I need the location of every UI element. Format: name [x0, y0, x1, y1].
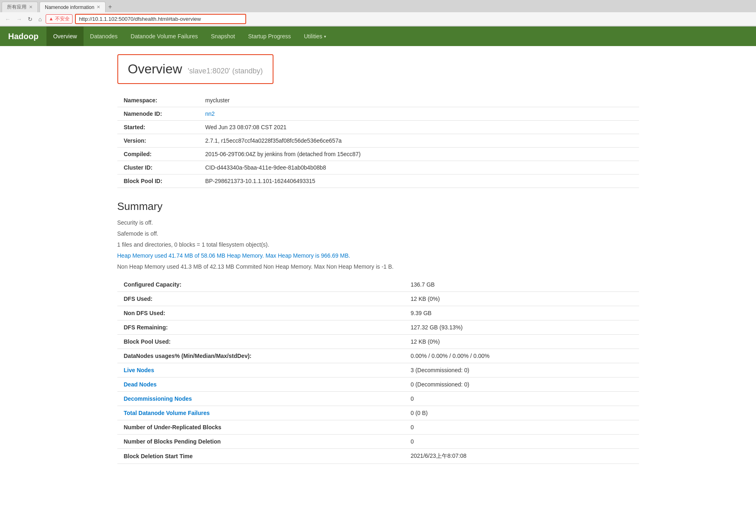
browser-chrome: 所有应用 ✕ Namenode information ✕ + ← → ↻ ⌂ … [0, 0, 756, 26]
summary-nonheap: Non Heap Memory used 41.3 MB of 42.13 MB… [117, 263, 639, 271]
address-input[interactable] [75, 14, 246, 24]
table-row: Number of Blocks Pending Deletion 0 [117, 435, 639, 449]
info-label-version: Version: [117, 134, 199, 148]
stats-value-live-nodes: 3 (Decommissioned: 0) [404, 363, 639, 377]
info-label-namespace: Namespace: [117, 94, 199, 107]
table-row: Non DFS Used: 9.39 GB [117, 306, 639, 320]
stats-label-blocks-pending-deletion: Number of Blocks Pending Deletion [117, 435, 404, 449]
stats-value-blocks-pending-deletion: 0 [404, 435, 639, 449]
stats-value-datanodes-usages: 0.00% / 0.00% / 0.00% / 0.00% [404, 349, 639, 363]
nav-item-startup-progress[interactable]: Startup Progress [242, 26, 298, 46]
nav-item-utilities-label: Utilities [304, 33, 322, 40]
info-value-version: 2.7.1, r15ecc87ccf4a0228f35af08fc56de536… [199, 134, 639, 148]
info-label-namenode-id: Namenode ID: [117, 107, 199, 121]
info-value-namespace: mycluster [199, 94, 639, 107]
stats-label-decommissioning-nodes: Decommissioning Nodes [117, 392, 404, 406]
stats-label-block-deletion-start-time: Block Deletion Start Time [117, 449, 404, 464]
new-tab-button[interactable]: + [106, 3, 114, 11]
nav-item-snapshot[interactable]: Snapshot [205, 26, 242, 46]
stats-value-dead-nodes: 0 (Decommissioned: 0) [404, 377, 639, 392]
decommissioning-nodes-link[interactable]: Decommissioning Nodes [124, 395, 192, 402]
stats-value-total-datanode-volume-failures: 0 (0 B) [404, 406, 639, 420]
info-value-compiled: 2015-06-29T06:04Z by jenkins from (detac… [199, 148, 639, 161]
table-row: DFS Remaining: 127.32 GB (93.13%) [117, 320, 639, 335]
nav-item-datanodes[interactable]: Datanodes [84, 26, 124, 46]
overview-title-box: Overview 'slave1:8020' (standby) [117, 54, 273, 84]
forward-button[interactable]: → [15, 15, 24, 23]
info-label-started: Started: [117, 121, 199, 134]
info-value-cluster-id: CID-d443340a-5baa-411e-9dee-81ab0b4b08b8 [199, 161, 639, 174]
summary-title: Summary [117, 200, 639, 213]
stats-label-non-dfs-used: Non DFS Used: [117, 306, 404, 320]
info-value-started: Wed Jun 23 08:07:08 CST 2021 [199, 121, 639, 134]
table-row: Block Pool ID: BP-298621373-10.1.1.101-1… [117, 174, 639, 188]
table-row: Block Deletion Start Time 2021/6/23上午8:0… [117, 449, 639, 464]
tab-apps[interactable]: 所有应用 ✕ [2, 2, 38, 12]
summary-heap: Heap Memory used 41.74 MB of 58.06 MB He… [117, 252, 639, 260]
stats-label-block-pool-used: Block Pool Used: [117, 335, 404, 349]
table-row: Configured Capacity: 136.7 GB [117, 278, 639, 292]
info-table: Namespace: mycluster Namenode ID: nn2 St… [117, 94, 639, 188]
tab-apps-close[interactable]: ✕ [29, 4, 33, 10]
live-nodes-link[interactable]: Live Nodes [124, 367, 154, 373]
info-label-cluster-id: Cluster ID: [117, 161, 199, 174]
stats-value-under-replicated: 0 [404, 420, 639, 435]
tab-namenode-close[interactable]: ✕ [97, 4, 100, 10]
summary-security: Security is off. [117, 219, 639, 227]
stats-value-non-dfs-used: 9.39 GB [404, 306, 639, 320]
tab-bar: 所有应用 ✕ Namenode information ✕ + [0, 0, 756, 12]
tab-namenode-label: Namenode information [45, 4, 94, 10]
total-datanode-volume-failures-link[interactable]: Total Datanode Volume Failures [124, 410, 210, 416]
table-row: Block Pool Used: 12 KB (0%) [117, 335, 639, 349]
security-warning: ▲ 不安全 [46, 14, 72, 24]
table-row: Dead Nodes 0 (Decommissioned: 0) [117, 377, 639, 392]
stats-value-decommissioning-nodes: 0 [404, 392, 639, 406]
namenode-id-link[interactable]: nn2 [205, 110, 215, 117]
back-button[interactable]: ← [3, 15, 12, 23]
stats-value-dfs-remaining: 127.32 GB (93.13%) [404, 320, 639, 335]
table-row: DataNodes usages% (Min/Median/Max/stdDev… [117, 349, 639, 363]
table-row: Namenode ID: nn2 [117, 107, 639, 121]
nav-item-overview[interactable]: Overview [46, 26, 83, 46]
stats-label-dfs-used: DFS Used: [117, 292, 404, 306]
main-content: Overview 'slave1:8020' (standby) Namespa… [93, 46, 663, 472]
stats-label-configured-capacity: Configured Capacity: [117, 278, 404, 292]
home-button[interactable]: ⌂ [37, 15, 43, 23]
summary-safemode: Safemode is off. [117, 230, 639, 238]
reload-button[interactable]: ↻ [26, 15, 34, 23]
table-row: Live Nodes 3 (Decommissioned: 0) [117, 363, 639, 377]
info-label-compiled: Compiled: [117, 148, 199, 161]
info-label-block-pool-id: Block Pool ID: [117, 174, 199, 188]
table-row: Compiled: 2015-06-29T06:04Z by jenkins f… [117, 148, 639, 161]
nav-item-utilities[interactable]: Utilities ▾ [298, 26, 333, 46]
stats-table: Configured Capacity: 136.7 GB DFS Used: … [117, 278, 639, 464]
stats-label-total-datanode-volume-failures: Total Datanode Volume Failures [117, 406, 404, 420]
info-value-namenode-id: nn2 [199, 107, 639, 121]
stats-label-live-nodes: Live Nodes [117, 363, 404, 377]
dead-nodes-link[interactable]: Dead Nodes [124, 381, 157, 388]
stats-value-dfs-used: 12 KB (0%) [404, 292, 639, 306]
nav-brand: Hadoop [8, 32, 38, 41]
tab-namenode[interactable]: Namenode information ✕ [40, 2, 106, 12]
tab-apps-label: 所有应用 [7, 4, 26, 11]
stats-label-dfs-remaining: DFS Remaining: [117, 320, 404, 335]
stats-value-configured-capacity: 136.7 GB [404, 278, 639, 292]
stats-label-datanodes-usages: DataNodes usages% (Min/Median/Max/stdDev… [117, 349, 404, 363]
stats-value-block-pool-used: 12 KB (0%) [404, 335, 639, 349]
stats-label-dead-nodes: Dead Nodes [117, 377, 404, 392]
table-row: Started: Wed Jun 23 08:07:08 CST 2021 [117, 121, 639, 134]
table-row: Namespace: mycluster [117, 94, 639, 107]
stats-value-block-deletion-start-time: 2021/6/23上午8:07:08 [404, 449, 639, 464]
table-row: Version: 2.7.1, r15ecc87ccf4a0228f35af08… [117, 134, 639, 148]
table-row: Decommissioning Nodes 0 [117, 392, 639, 406]
nav-bar: Hadoop Overview Datanodes Datanode Volum… [0, 26, 756, 46]
utilities-chevron-icon: ▾ [324, 34, 326, 39]
nav-item-datanode-volume-failures[interactable]: Datanode Volume Failures [124, 26, 205, 46]
address-bar-row: ← → ↻ ⌂ ▲ 不安全 [0, 12, 756, 26]
table-row: Number of Under-Replicated Blocks 0 [117, 420, 639, 435]
table-row: DFS Used: 12 KB (0%) [117, 292, 639, 306]
page-title: Overview [128, 62, 182, 76]
table-row: Cluster ID: CID-d443340a-5baa-411e-9dee-… [117, 161, 639, 174]
overview-subtitle: 'slave1:8020' (standby) [188, 67, 263, 75]
stats-label-under-replicated: Number of Under-Replicated Blocks [117, 420, 404, 435]
